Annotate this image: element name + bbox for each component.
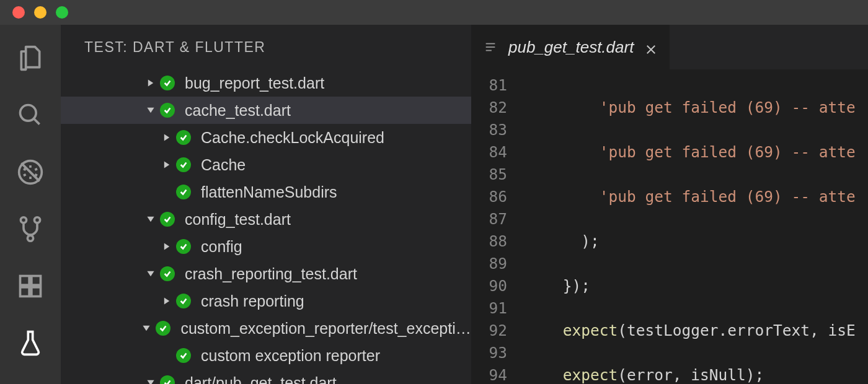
status-pass-icon bbox=[176, 130, 191, 145]
line-number: 94 bbox=[471, 364, 507, 384]
test-node-label: custom exception reporter bbox=[201, 347, 380, 365]
line-number: 85 bbox=[471, 164, 507, 186]
test-panel: TEST: DART & FLUTTER bug_report_test.dar… bbox=[61, 25, 471, 384]
status-pass-icon bbox=[176, 185, 191, 199]
line-number: 93 bbox=[471, 342, 507, 364]
svg-rect-9 bbox=[20, 287, 30, 297]
code-content[interactable]: 'pub get failed (69) -- atte 'pub get fa… bbox=[517, 69, 868, 384]
line-gutter: 8182838485868788899091929394 bbox=[471, 69, 517, 384]
window-titlebar bbox=[0, 0, 868, 25]
minimize-window-icon[interactable] bbox=[34, 6, 46, 19]
test-node-label: flattenNameSubdirs bbox=[201, 183, 337, 201]
status-pass-icon bbox=[176, 157, 191, 172]
maximize-window-icon[interactable] bbox=[56, 6, 68, 19]
test-node[interactable]: cache_test.dart bbox=[61, 97, 471, 124]
test-node[interactable]: bug_report_test.dart bbox=[61, 69, 471, 97]
line-number: 92 bbox=[471, 320, 507, 342]
line-number: 88 bbox=[471, 230, 507, 253]
svg-point-5 bbox=[34, 217, 40, 223]
test-flask-icon[interactable] bbox=[16, 328, 45, 358]
test-node[interactable]: config_test.dart bbox=[61, 206, 471, 233]
debug-disabled-icon[interactable] bbox=[16, 157, 45, 187]
test-node[interactable]: Cache bbox=[61, 151, 471, 178]
extensions-icon[interactable] bbox=[16, 271, 45, 301]
test-node[interactable]: custom_exception_reporter/test_exception… bbox=[61, 315, 471, 342]
status-pass-icon bbox=[160, 375, 175, 384]
window-controls bbox=[12, 6, 68, 19]
line-number: 84 bbox=[471, 141, 507, 164]
line-number: 83 bbox=[471, 119, 507, 141]
test-node-label: Cache.checkLockAcquired bbox=[201, 129, 384, 147]
line-number: 91 bbox=[471, 297, 507, 320]
test-node[interactable]: dart/pub_get_test.dart bbox=[61, 369, 471, 384]
close-tab-icon[interactable] bbox=[645, 41, 657, 53]
tab-pub-get-test[interactable]: pub_get_test.dart bbox=[471, 25, 670, 69]
chevron-right-icon[interactable] bbox=[162, 160, 171, 169]
chevron-down-icon[interactable] bbox=[142, 324, 151, 333]
status-pass-icon bbox=[160, 266, 175, 281]
editor[interactable]: 8182838485868788899091929394 'pub get fa… bbox=[471, 69, 868, 384]
close-window-icon[interactable] bbox=[12, 6, 25, 19]
status-pass-icon bbox=[156, 321, 170, 336]
test-node-label: config bbox=[201, 238, 242, 256]
svg-point-0 bbox=[20, 105, 37, 121]
chevron-down-icon[interactable] bbox=[146, 269, 155, 278]
status-pass-icon bbox=[176, 348, 191, 363]
line-number: 89 bbox=[471, 253, 507, 275]
status-pass-icon bbox=[160, 76, 175, 90]
source-control-icon[interactable] bbox=[16, 214, 45, 244]
svg-line-1 bbox=[34, 119, 40, 124]
status-pass-icon bbox=[176, 294, 191, 308]
test-tree: bug_report_test.dartcache_test.dartCache… bbox=[61, 69, 471, 384]
file-lines-icon bbox=[484, 40, 497, 54]
test-node-label: Cache bbox=[201, 156, 246, 174]
status-pass-icon bbox=[176, 239, 191, 254]
test-node-label: bug_report_test.dart bbox=[185, 74, 324, 92]
line-number: 81 bbox=[471, 74, 507, 97]
svg-point-6 bbox=[27, 235, 33, 241]
test-node[interactable]: crash_reporting_test.dart bbox=[61, 260, 471, 287]
svg-rect-7 bbox=[20, 276, 30, 286]
tab-label: pub_get_test.dart bbox=[508, 38, 634, 57]
search-icon[interactable] bbox=[16, 100, 45, 130]
chevron-right-icon[interactable] bbox=[162, 297, 171, 305]
explorer-icon[interactable] bbox=[16, 43, 45, 73]
test-node-label: config_test.dart bbox=[185, 211, 291, 229]
tabs: pub_get_test.dart bbox=[471, 25, 868, 69]
line-number: 86 bbox=[471, 186, 507, 208]
test-node-label: crash_reporting_test.dart bbox=[185, 265, 357, 283]
svg-point-4 bbox=[20, 217, 26, 223]
svg-rect-8 bbox=[32, 276, 41, 286]
status-pass-icon bbox=[160, 103, 175, 118]
test-node[interactable]: crash reporting bbox=[61, 287, 471, 315]
test-node[interactable]: config bbox=[61, 233, 471, 260]
svg-rect-10 bbox=[32, 287, 41, 297]
editor-area: pub_get_test.dart 8182838485868788899091… bbox=[471, 25, 868, 384]
activity-bar bbox=[0, 25, 61, 384]
chevron-right-icon[interactable] bbox=[162, 133, 171, 142]
test-node-label: dart/pub_get_test.dart bbox=[185, 374, 337, 385]
test-node[interactable]: custom exception reporter bbox=[61, 342, 471, 369]
line-number: 82 bbox=[471, 97, 507, 119]
test-node-label: crash reporting bbox=[201, 292, 304, 310]
chevron-down-icon[interactable] bbox=[146, 106, 155, 115]
test-node[interactable]: Cache.checkLockAcquired bbox=[61, 124, 471, 151]
test-node-label: cache_test.dart bbox=[185, 102, 291, 120]
test-node-label: custom_exception_reporter/test_exception… bbox=[180, 320, 471, 338]
chevron-right-icon[interactable] bbox=[162, 242, 171, 251]
test-node[interactable]: flattenNameSubdirs bbox=[61, 178, 471, 206]
chevron-down-icon[interactable] bbox=[146, 378, 155, 384]
chevron-right-icon[interactable] bbox=[146, 79, 155, 87]
chevron-down-icon[interactable] bbox=[146, 215, 155, 224]
status-pass-icon bbox=[160, 212, 175, 227]
panel-title: TEST: DART & FLUTTER bbox=[61, 25, 471, 69]
line-number: 87 bbox=[471, 208, 507, 230]
line-number: 90 bbox=[471, 275, 507, 297]
